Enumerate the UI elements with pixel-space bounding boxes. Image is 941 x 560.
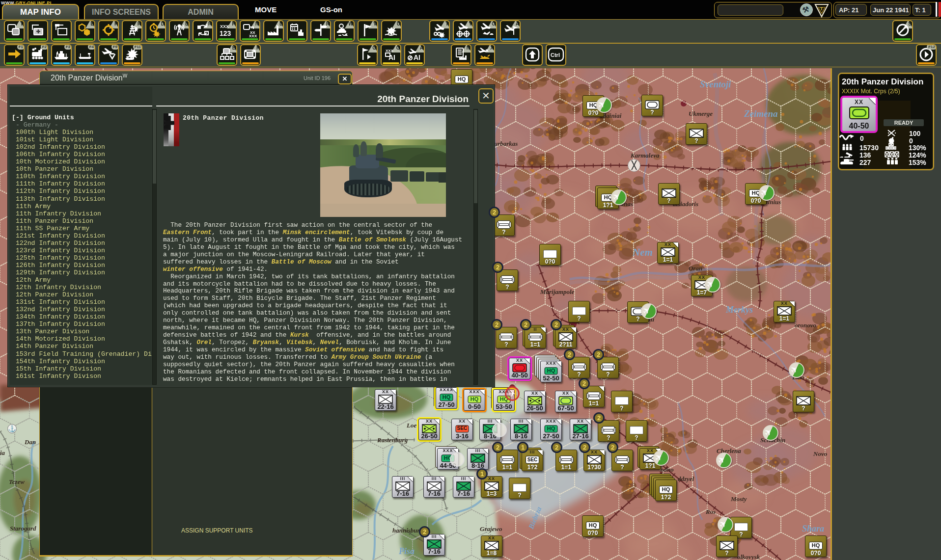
svg-text:XXX: XXX	[249, 34, 257, 38]
svg-text:123: 123	[220, 29, 231, 37]
svg-text:AI: AI	[414, 53, 420, 61]
svg-text:XXX: XXX	[220, 24, 229, 29]
svg-text:Ctrl: Ctrl	[551, 52, 560, 58]
svg-text:T: T	[820, 6, 823, 11]
svg-text:XXX: XXX	[386, 49, 394, 53]
